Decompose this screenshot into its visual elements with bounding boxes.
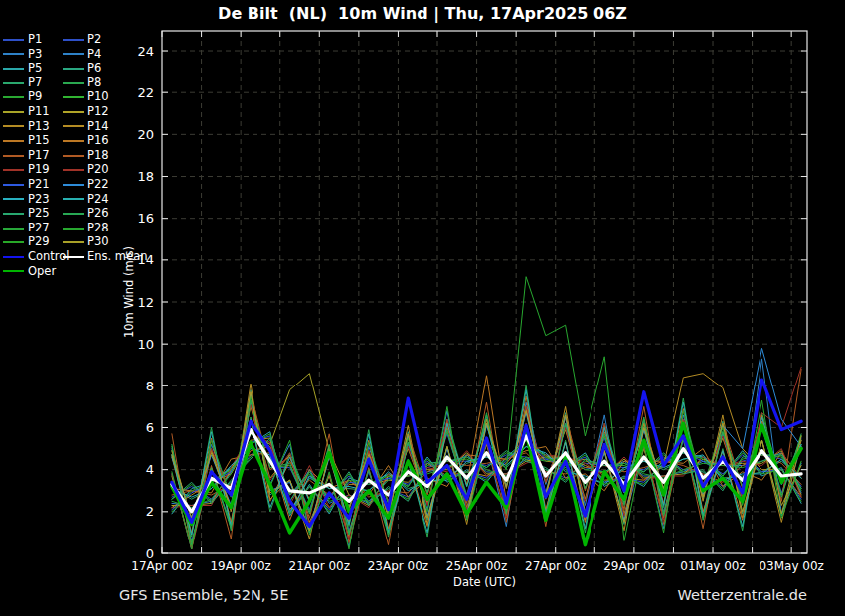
y-axis-title: 10m Wind (m/s) [122, 246, 136, 338]
x-tick-label: 29Apr 00z [603, 559, 664, 573]
y-tick-label: 20 [137, 127, 154, 142]
y-tick-label: 18 [137, 169, 154, 184]
x-tick-label: 27Apr 00z [525, 559, 586, 573]
x-tick-label: 25Apr 00z [446, 559, 507, 573]
x-tick-label: 17Apr 00z [131, 559, 192, 573]
y-tick-label: 12 [137, 295, 154, 310]
y-tick-label: 24 [137, 44, 154, 59]
ensemble-meteogram-page: De Bilt (NL) 10m Wind | Thu, 17Apr2025 0… [0, 0, 845, 616]
y-tick-label: 6 [146, 420, 154, 435]
y-tick-label: 14 [137, 252, 154, 267]
plot-area: 02468101214161820222417Apr 00z19Apr 00z2… [0, 0, 845, 616]
y-tick-label: 22 [137, 85, 154, 100]
y-tick-label: 16 [137, 211, 154, 226]
footer-site-name: Wetterzentrale.de [677, 587, 807, 603]
y-tick-label: 2 [146, 504, 154, 519]
y-tick-label: 10 [137, 337, 154, 352]
x-tick-label: 03May 00z [759, 559, 823, 573]
footer-model-info: GFS Ensemble, 52N, 5E [119, 587, 288, 603]
x-tick-label: 01May 00z [680, 559, 745, 573]
x-tick-label: 19Apr 00z [210, 559, 270, 573]
series-P20 [172, 367, 801, 548]
x-axis-title: Date (UTC) [453, 575, 516, 589]
y-tick-label: 8 [146, 379, 154, 393]
x-tick-label: 21Apr 00z [289, 559, 350, 573]
y-tick-label: 4 [146, 462, 154, 477]
x-tick-label: 23Apr 00z [368, 559, 428, 573]
